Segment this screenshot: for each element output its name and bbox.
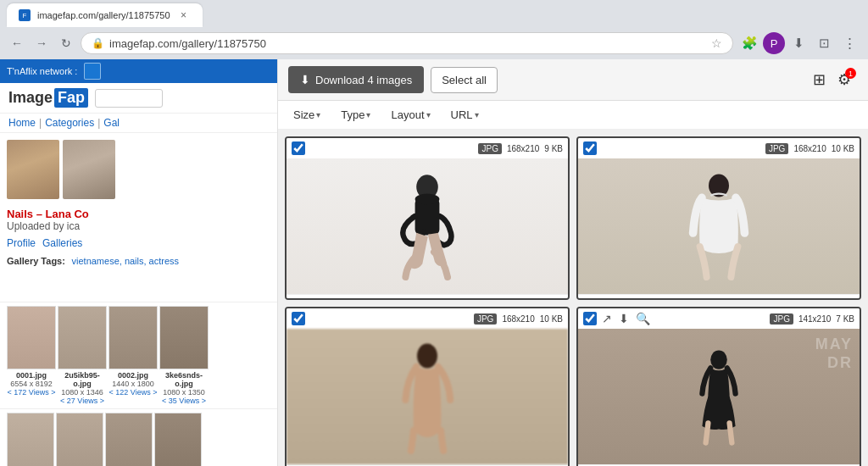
nav-gal[interactable]: Gal: [103, 117, 120, 129]
card-3-size: 10 KB: [540, 314, 563, 324]
gallery-tags-section: Gallery Tags: vietnamese, nails, actress: [0, 252, 277, 269]
size-label: Size: [293, 108, 314, 121]
notification-badge: 1: [845, 68, 856, 79]
gallery-title: Nails – Lana Co: [7, 208, 270, 220]
forward-button[interactable]: →: [31, 33, 52, 53]
strip-thumb-0001[interactable]: 0001.jpg 6554 x 8192 < 172 Views >: [7, 306, 56, 405]
profile-avatar[interactable]: P: [763, 32, 785, 54]
extensions-button[interactable]: 🧩: [737, 31, 761, 55]
more-button[interactable]: ⋮: [837, 31, 861, 55]
tab-close-button[interactable]: ×: [177, 8, 191, 22]
network-icon: [84, 63, 101, 80]
card-2-header: JPG 168x210 10 KB: [578, 138, 860, 158]
nav-home[interactable]: Home: [8, 117, 36, 129]
card-3-header: JPG 168x210 10 KB: [287, 308, 568, 329]
card-2-image[interactable]: [578, 158, 860, 294]
webpage-content: T'nAflix network : Image Fap Home | Cate…: [0, 59, 278, 466]
download-button[interactable]: ⬇ Download 4 images: [288, 66, 424, 93]
card-1-url: https://cdn.imagefap.com/images/thumb/11…: [287, 294, 568, 300]
layout-filter[interactable]: Layout ▾: [386, 106, 435, 124]
svg-point-2: [415, 194, 440, 205]
select-all-button[interactable]: Select all: [431, 67, 498, 93]
strip-size-1: 6554 x 8192: [7, 380, 56, 388]
strip-thumb-3ke6[interactable]: 3ke6snds-o.jpg 1080 x 1350 < 35 Views >: [159, 306, 209, 405]
card-3-dimensions: 168x210: [502, 314, 534, 324]
extra-thumbs-row: [0, 408, 277, 466]
url-label: URL: [451, 108, 473, 121]
gallery-thumb-2[interactable]: [63, 140, 115, 199]
card-1-size: 9 KB: [544, 144, 563, 153]
card-4-checkbox[interactable]: [583, 312, 597, 325]
network-label: T'nAflix network :: [7, 66, 77, 76]
lock-icon: 🔒: [92, 37, 104, 49]
extension-panel: ⬇ Download 4 images Select all ⊞ ⚙ 1 Siz…: [278, 59, 868, 466]
address-bar[interactable]: 🔒 imagefap.com/gallery/11875750 ☆: [81, 32, 733, 54]
settings-button-wrapper: ⚙ 1: [831, 66, 858, 93]
card-4-share-button[interactable]: ↗: [600, 312, 614, 325]
gallery-info: Nails – Lana Co Uploaded by ica: [0, 206, 277, 234]
card-4-size: 7 KB: [836, 314, 854, 324]
nav-sep-2: |: [97, 117, 100, 129]
type-chevron: ▾: [366, 110, 370, 119]
strip-size-4: 1080 x 1350: [159, 388, 209, 397]
strip-name-2: 2u5ikb95-o.jpg: [58, 371, 107, 388]
url-filter[interactable]: URL ▾: [446, 106, 484, 124]
extra-thumb-4[interactable]: [154, 413, 202, 466]
browser-tab[interactable]: F imagefap.com/gallery/11875750 ×: [7, 3, 203, 27]
strip-thumb-2u5ikb[interactable]: 2u5ikb95-o.jpg 1080 x 1346 < 27 Views >: [58, 306, 107, 405]
strip-views-1: < 172 Views >: [7, 388, 56, 397]
type-label: Type: [341, 108, 364, 121]
grid-view-button[interactable]: ⊞: [813, 70, 826, 89]
card-2-dimensions: 168x210: [793, 144, 826, 153]
bottom-thumbs: 0001.jpg 6554 x 8192 < 172 Views > 2u5ik…: [0, 302, 277, 408]
card-2-size: 10 KB: [832, 144, 854, 153]
star-icon[interactable]: ☆: [711, 36, 722, 50]
person-silhouette-2: [685, 167, 753, 286]
gallery-tags-label: Gallery Tags:: [7, 256, 65, 266]
reload-button[interactable]: ↻: [56, 33, 76, 53]
extra-thumb-1[interactable]: [7, 413, 54, 466]
profile-link[interactable]: Profile: [7, 237, 36, 249]
card-4-download-button[interactable]: ⬇: [617, 312, 631, 325]
tab-bar: F imagefap.com/gallery/11875750 ×: [0, 0, 868, 27]
galleries-link[interactable]: Galleries: [42, 237, 82, 249]
strip-views-2: < 27 Views >: [58, 397, 107, 405]
image-card-1: JPG 168x210 9 KB: [285, 136, 570, 300]
image-card-2: JPG 168x210 10 KB h: [576, 136, 861, 300]
card-1-checkbox[interactable]: [292, 141, 305, 155]
card-2-format: JPG: [765, 143, 788, 154]
card-4-format: JPG: [770, 313, 793, 325]
select-all-label: Select all: [442, 74, 487, 86]
nav-categories[interactable]: Categories: [45, 117, 94, 129]
download-label: Download 4 images: [315, 74, 412, 86]
back-button[interactable]: ←: [7, 33, 27, 53]
gallery-thumbs-row: [0, 133, 277, 206]
browser-actions: 🧩 P ⬇ ⊡ ⋮: [737, 31, 861, 55]
download-manager-button[interactable]: ⬇: [787, 31, 810, 55]
card-3-image[interactable]: [287, 329, 568, 464]
person-silhouette-4: [689, 341, 748, 452]
strip-views-3: < 122 Views >: [108, 388, 158, 397]
extra-thumb-3[interactable]: [105, 413, 153, 466]
tab-search-button[interactable]: ⊡: [812, 31, 836, 55]
tab-title: imagefap.com/gallery/11875750: [37, 10, 170, 20]
size-chevron: ▾: [316, 110, 320, 119]
card-2-checkbox[interactable]: [583, 141, 597, 155]
size-filter[interactable]: Size ▾: [288, 106, 326, 124]
strip-size-2: 1080 x 1346: [58, 388, 107, 397]
image-card-3: JPG 168x210 10 KB: [285, 307, 570, 466]
site-search-input[interactable]: [95, 89, 163, 108]
card-4-image[interactable]: MAY DR: [578, 329, 860, 464]
card-1-image[interactable]: [287, 158, 568, 294]
gallery-thumb-1[interactable]: [7, 140, 59, 199]
tab-favicon: F: [19, 9, 31, 21]
strip-size-3: 1440 x 1800: [108, 380, 158, 388]
card-3-checkbox[interactable]: [292, 312, 305, 325]
strip-views-4: < 35 Views >: [159, 397, 209, 405]
card-4-zoom-button[interactable]: 🔍: [634, 312, 652, 325]
person-silhouette-1: [393, 167, 461, 286]
image-card-4: ↗ ⬇ 🔍 JPG 141x210 7 KB MAY DR: [576, 307, 861, 466]
type-filter[interactable]: Type ▾: [336, 106, 376, 124]
strip-thumb-0002[interactable]: 0002.jpg 1440 x 1800 < 122 Views >: [108, 306, 158, 405]
extra-thumb-2[interactable]: [56, 413, 103, 466]
